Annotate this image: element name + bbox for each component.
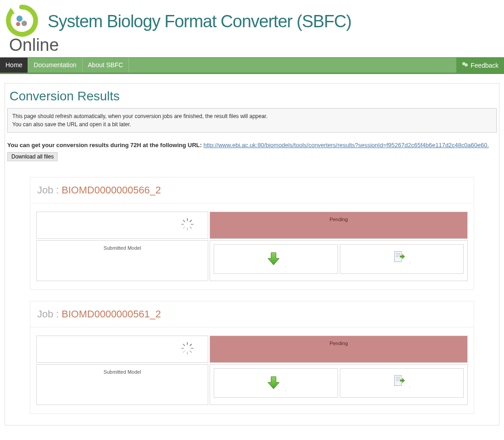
action-dot: .: [409, 259, 411, 264]
app-title-sub: Online: [9, 35, 499, 55]
svg-rect-5: [187, 218, 188, 221]
svg-rect-28: [396, 380, 399, 381]
info-box: This page should refresh automatically, …: [7, 108, 497, 133]
nav-about[interactable]: About SBFC: [83, 58, 129, 73]
info-line-1: This page should refresh automatically, …: [12, 112, 492, 120]
status-cell: Pending: [210, 212, 468, 239]
svg-point-0: [16, 15, 23, 22]
actions-cell: . .: [210, 364, 468, 405]
job-panel: Job : BIOMD0000000561_2: [30, 301, 474, 414]
svg-rect-7: [181, 224, 184, 225]
svg-point-2: [16, 22, 20, 26]
spinner-cell: [36, 212, 208, 239]
action-dot: .: [409, 383, 411, 388]
results-panel: Conversion Results This page should refr…: [5, 83, 499, 425]
download-all-button[interactable]: Download all files: [7, 152, 58, 161]
export-result-button[interactable]: .: [340, 244, 464, 274]
svg-point-1: [22, 21, 27, 26]
submitted-cell: Submitted Model: [36, 240, 208, 281]
svg-rect-9: [190, 220, 192, 222]
job-prefix: Job :: [37, 308, 62, 320]
action-dot: .: [285, 387, 286, 392]
job-name: BIOMD0000000561_2: [62, 308, 161, 320]
submitted-cell: Submitted Model: [36, 364, 208, 405]
svg-rect-23: [183, 351, 185, 353]
download-result-button[interactable]: .: [214, 368, 338, 398]
svg-rect-12: [183, 220, 185, 222]
feedback-label: Feedback: [471, 62, 499, 69]
status-cell: Pending: [210, 336, 468, 363]
svg-rect-16: [396, 256, 399, 257]
spinner-icon: [181, 341, 194, 355]
svg-rect-18: [187, 352, 188, 355]
job-panel: Job : BIOMD0000000566_2: [30, 177, 474, 290]
svg-rect-15: [396, 255, 401, 256]
svg-rect-20: [191, 348, 194, 349]
actions-cell: . .: [210, 240, 468, 281]
url-prefix: You can get your conversion results duri…: [7, 142, 203, 148]
export-result-button[interactable]: .: [340, 368, 464, 398]
svg-rect-17: [187, 342, 188, 345]
svg-rect-19: [181, 348, 184, 349]
svg-rect-26: [396, 377, 401, 378]
job-name: BIOMD0000000566_2: [62, 184, 161, 196]
svg-rect-8: [191, 224, 194, 225]
page-title: Conversion Results: [5, 84, 499, 108]
svg-point-4: [465, 63, 468, 66]
svg-rect-11: [183, 227, 185, 229]
download-result-button[interactable]: .: [214, 244, 338, 274]
nav-home[interactable]: Home: [0, 58, 28, 73]
spinner-icon: [181, 218, 194, 231]
export-icon: [393, 381, 407, 388]
svg-rect-6: [187, 228, 188, 231]
feedback-icon: [462, 61, 468, 69]
nav-bar: Home Documentation About SBFC Feedback: [0, 57, 504, 74]
header: System Biology Format Converter (SBFC) O…: [0, 0, 504, 57]
job-prefix: Job :: [37, 184, 62, 196]
svg-rect-27: [396, 379, 401, 380]
job-title: Job : BIOMD0000000561_2: [30, 302, 474, 327]
results-url-link[interactable]: http://www.ebi.ac.uk:80/biomodels/tools/…: [203, 142, 489, 148]
export-icon: [393, 257, 407, 264]
download-arrow-icon: [265, 385, 284, 392]
action-dot: .: [285, 263, 286, 268]
download-arrow-icon: [265, 261, 284, 268]
svg-rect-22: [190, 351, 192, 353]
job-title: Job : BIOMD0000000566_2: [30, 178, 474, 203]
logo-icon: [5, 4, 39, 39]
spinner-cell: [36, 336, 208, 363]
app-title-main: System Biology Format Converter (SBFC): [48, 12, 351, 31]
svg-rect-14: [396, 253, 401, 254]
feedback-button[interactable]: Feedback: [456, 58, 504, 73]
svg-rect-21: [190, 344, 192, 346]
info-line-2: You can also save the URL and open it a …: [12, 120, 492, 129]
results-url-row: You can get your conversion results duri…: [7, 142, 497, 148]
nav-documentation[interactable]: Documentation: [28, 58, 82, 73]
svg-rect-24: [183, 344, 185, 346]
svg-rect-10: [190, 227, 192, 229]
